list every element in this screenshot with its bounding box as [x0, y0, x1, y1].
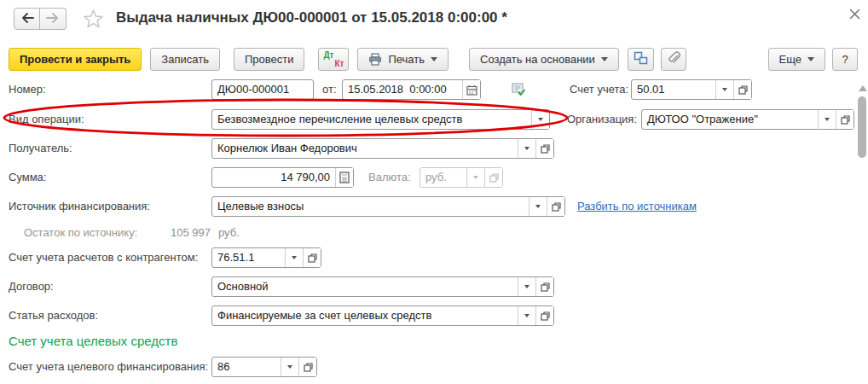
currency-value: руб.	[420, 168, 466, 187]
split-by-sources-link[interactable]: Разбить по источникам	[577, 196, 697, 217]
create-on-basis-button[interactable]: Создать на основании	[469, 48, 619, 71]
target-funding-account-value: 86	[212, 358, 281, 376]
amount-label: Сумма:	[9, 167, 46, 188]
calculator-icon[interactable]	[335, 168, 353, 187]
number-value: ДЮ00-000001	[212, 80, 313, 99]
open-button	[484, 168, 502, 187]
back-button[interactable]	[14, 8, 40, 30]
open-button[interactable]	[298, 358, 316, 376]
contract-field[interactable]: Основной	[211, 276, 554, 297]
chevron-down-icon	[535, 205, 541, 208]
dropdown-button[interactable]	[518, 306, 535, 325]
contractor-account-value: 76.51.1	[212, 248, 285, 267]
organization-field[interactable]: ДЮТОО "Отражение"	[641, 109, 854, 130]
paperclip-icon	[667, 51, 680, 67]
date-label: от:	[322, 79, 337, 100]
chevron-down-icon	[825, 118, 830, 121]
attachments-button[interactable]	[661, 48, 686, 71]
close-icon[interactable]	[849, 9, 860, 22]
recipient-field[interactable]: Корнелюк Иван Федорович	[211, 138, 554, 159]
contract-value: Основной	[212, 277, 518, 296]
more-label: Еще	[779, 53, 801, 66]
open-button[interactable]	[303, 248, 321, 267]
organization-value: ДЮТОО "Отражение"	[642, 110, 818, 129]
open-button[interactable]	[535, 139, 553, 158]
forward-arrow-icon	[46, 13, 60, 26]
number-label: Номер:	[9, 79, 46, 100]
dropdown-button	[466, 168, 484, 187]
document-check-icon[interactable]	[511, 82, 527, 100]
expense-item-label: Статья расходов:	[9, 305, 98, 326]
open-button[interactable]	[535, 306, 553, 325]
page-title: Выдача наличных ДЮ00-000001 от 15.05.201…	[116, 9, 507, 26]
recipient-label: Получатель:	[9, 138, 72, 159]
source-balance-unit: руб.	[218, 224, 240, 241]
operation-type-value: Безвозмездное перечисление целевых средс…	[212, 110, 531, 129]
account-field[interactable]: 50.01	[631, 79, 752, 100]
open-button[interactable]	[733, 80, 751, 99]
chevron-down-icon	[473, 176, 478, 179]
dropdown-button[interactable]	[518, 139, 535, 158]
post-and-close-button[interactable]: Провести и закрыть	[9, 48, 142, 71]
chevron-down-icon	[287, 365, 292, 369]
amount-field[interactable]: 14 790,00	[211, 167, 354, 188]
dropdown-button[interactable]	[529, 197, 547, 216]
open-button[interactable]	[535, 277, 553, 296]
target-funding-account-label: Счет учета целевого финансирования:	[9, 357, 208, 377]
command-bar: Провести и закрыть Записать Провести Дт …	[9, 47, 858, 71]
funding-source-label: Источник финансирования:	[9, 196, 150, 217]
section-header-target-funds: Счет учета целевых средств	[9, 334, 177, 348]
currency-label: Валюта:	[368, 167, 411, 188]
currency-field: руб.	[420, 167, 503, 188]
scrollbar-up-arrow[interactable]	[859, 85, 867, 91]
dropdown-button[interactable]	[818, 110, 836, 129]
chevron-down-icon	[524, 147, 529, 150]
chevron-down-icon	[601, 57, 608, 61]
print-button[interactable]: Печать	[357, 48, 448, 71]
funding-source-value: Целевые взносы	[212, 197, 529, 216]
back-arrow-icon	[20, 13, 34, 26]
post-button[interactable]: Провести	[234, 48, 305, 71]
open-button[interactable]	[836, 110, 854, 129]
create-on-basis-label: Создать на основании	[480, 53, 595, 66]
number-field[interactable]: ДЮ00-000001	[211, 79, 314, 100]
favorite-star-icon[interactable]	[83, 9, 104, 32]
chevron-down-icon	[524, 285, 529, 288]
chevron-down-icon	[807, 57, 814, 61]
dt-kt-postings-button[interactable]: Дт Кт	[318, 48, 349, 71]
dropdown-button[interactable]	[281, 358, 298, 376]
source-balance-value: 105 997	[125, 224, 211, 241]
target-funding-account-field[interactable]: 86	[211, 357, 317, 377]
open-button[interactable]	[547, 197, 564, 216]
document-structure-icon	[634, 51, 648, 67]
nav-history-group	[14, 8, 67, 30]
organization-label: Организация:	[567, 109, 637, 130]
chevron-down-icon	[722, 88, 727, 91]
more-button[interactable]: Еще	[768, 48, 825, 71]
contractor-account-field[interactable]: 76.51.1	[211, 247, 321, 268]
contractor-account-label: Счет учета расчетов с контрагентом:	[9, 247, 198, 268]
date-value: 15.05.2018 0:00:00	[343, 80, 462, 99]
credit-label: Кт	[334, 59, 344, 68]
dropdown-button[interactable]	[285, 248, 303, 267]
related-documents-button[interactable]	[628, 48, 654, 71]
debit-label: Дт	[323, 50, 333, 60]
account-label: Счет учета:	[570, 79, 628, 100]
amount-value: 14 790,00	[212, 168, 335, 187]
chevron-down-icon	[538, 118, 543, 121]
source-balance-label: Остаток по источнику:	[24, 223, 137, 243]
operation-type-label: Вид операции:	[9, 109, 84, 130]
dropdown-button[interactable]	[715, 80, 733, 99]
date-field[interactable]: 15.05.2018 0:00:00	[342, 79, 481, 100]
expense-item-field[interactable]: Финансируемые за счет целевых средств	[211, 305, 554, 326]
save-button[interactable]: Записать	[150, 48, 220, 71]
forward-button[interactable]	[40, 8, 67, 30]
dropdown-button[interactable]	[531, 110, 549, 129]
scrollbar-thumb[interactable]	[858, 96, 866, 158]
help-button[interactable]: ?	[832, 48, 858, 71]
contract-label: Договор:	[9, 276, 54, 297]
dropdown-button[interactable]	[518, 277, 535, 296]
calendar-icon[interactable]	[462, 80, 480, 99]
operation-type-field[interactable]: Безвозмездное перечисление целевых средс…	[211, 109, 550, 130]
funding-source-field[interactable]: Целевые взносы	[211, 196, 565, 217]
